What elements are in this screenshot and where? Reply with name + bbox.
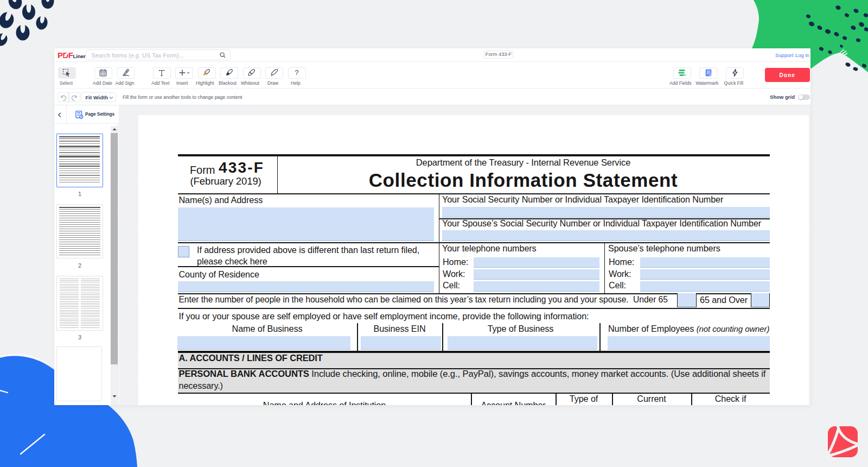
svg-text:?: ? <box>295 69 299 77</box>
